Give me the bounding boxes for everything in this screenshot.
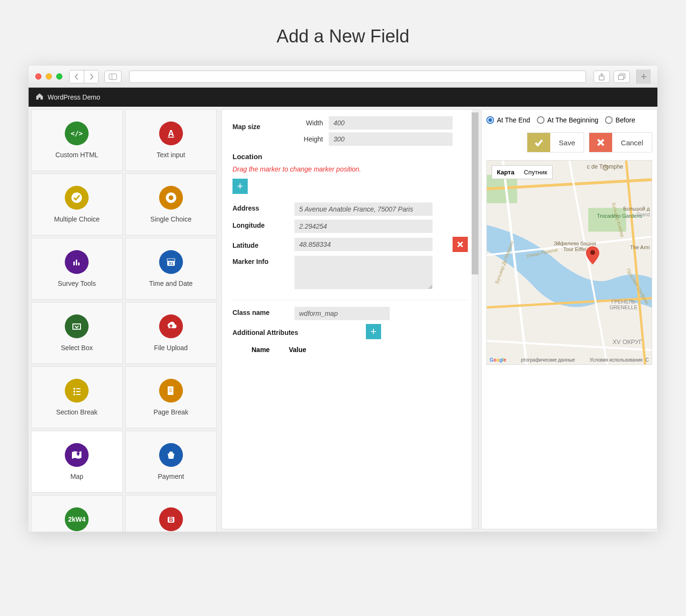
sidebar-toggle-icon[interactable] bbox=[104, 71, 121, 83]
radio-at-beginning[interactable]: At The Beginning bbox=[537, 116, 598, 124]
share-icon[interactable] bbox=[594, 71, 610, 83]
svg-rect-9 bbox=[73, 262, 75, 265]
tile-captcha[interactable]: 2kW4Captcha bbox=[31, 495, 123, 532]
browser-chrome: + bbox=[29, 66, 657, 88]
preview-pane: At The End At The Beginning Before Save … bbox=[481, 109, 657, 529]
delete-marker-button[interactable] bbox=[453, 237, 468, 252]
tile-file-upload[interactable]: File Upload bbox=[125, 302, 217, 364]
svg-point-33 bbox=[590, 250, 595, 255]
tile-payment[interactable]: Payment bbox=[125, 431, 217, 493]
tile-label: Survey Tools bbox=[58, 280, 96, 287]
class-name-input[interactable] bbox=[294, 307, 390, 320]
svg-text:B: B bbox=[169, 516, 173, 523]
tile-label: Map bbox=[71, 473, 83, 480]
close-window-icon[interactable] bbox=[35, 73, 41, 80]
svg-rect-3 bbox=[618, 75, 624, 80]
tile-label: Multiple Choice bbox=[54, 215, 100, 223]
map-poi: The Arm bbox=[630, 244, 650, 250]
svg-text:A: A bbox=[168, 129, 174, 138]
page-title: Add a New Field bbox=[0, 0, 686, 66]
cancel-button[interactable]: Cancel bbox=[589, 132, 652, 152]
traffic-lights bbox=[35, 73, 62, 80]
svg-point-16 bbox=[73, 388, 75, 390]
svg-rect-21 bbox=[76, 394, 81, 395]
save-button[interactable]: Save bbox=[527, 132, 584, 152]
add-marker-button[interactable]: + bbox=[232, 179, 248, 194]
google-logo: Google bbox=[490, 357, 506, 363]
latitude-input[interactable] bbox=[294, 238, 433, 251]
latitude-label: Latitude bbox=[232, 240, 294, 249]
home-icon[interactable] bbox=[35, 92, 44, 102]
longitude-input[interactable] bbox=[294, 220, 433, 233]
action-buttons: Save Cancel bbox=[486, 132, 652, 152]
map-size-label: Map size bbox=[232, 116, 294, 131]
tile-label: Section Break bbox=[56, 408, 98, 416]
map-poi: Trocadéro Gardens bbox=[597, 213, 642, 219]
height-label: Height bbox=[294, 135, 323, 143]
tile-survey-tools[interactable]: Survey Tools bbox=[31, 238, 123, 300]
tile-label: Text input bbox=[157, 151, 185, 159]
tile-label: File Upload bbox=[154, 344, 188, 352]
wp-admin-bar: WordPress Demo bbox=[29, 88, 657, 107]
tile-page-break[interactable]: Page Break bbox=[125, 366, 217, 428]
minimize-window-icon[interactable] bbox=[46, 73, 52, 80]
tabs-icon[interactable] bbox=[614, 71, 630, 83]
tile-text-input[interactable]: AText input bbox=[125, 109, 217, 171]
svg-text:</>: </> bbox=[71, 130, 83, 137]
map-size-row: Map size Width Height bbox=[232, 116, 468, 149]
tile-single-choice[interactable]: Single Choice bbox=[125, 173, 217, 235]
map-poi: Большой д bbox=[623, 206, 650, 212]
attr-value-header: Value bbox=[289, 346, 306, 353]
map-poi: XV ОКРУГ bbox=[613, 338, 642, 345]
svg-rect-22 bbox=[168, 386, 173, 395]
attr-name-header: Name bbox=[252, 346, 270, 353]
map-poi: Grand bbox=[636, 212, 650, 217]
tile-label: Custom HTML bbox=[55, 151, 98, 159]
width-input[interactable] bbox=[329, 116, 453, 130]
forward-button[interactable] bbox=[84, 71, 98, 83]
map-type-tabs[interactable]: КартаСпутник bbox=[492, 165, 553, 179]
nav-group bbox=[69, 70, 99, 83]
additional-attributes-label: Additional Attributes bbox=[232, 327, 366, 336]
back-button[interactable] bbox=[70, 71, 84, 83]
tile-button[interactable]: BButton bbox=[125, 495, 217, 532]
new-tab-button[interactable]: + bbox=[636, 70, 651, 84]
tile-map[interactable]: Map bbox=[31, 431, 123, 493]
browser-window: + WordPress Demo </>Custom HTML AText in… bbox=[29, 66, 657, 532]
address-label: Address bbox=[232, 202, 294, 212]
class-name-label: Class name bbox=[232, 307, 294, 316]
marker-info-label: Marker Info bbox=[232, 256, 294, 265]
height-input[interactable] bbox=[329, 132, 453, 146]
tile-label: Select Box bbox=[61, 344, 93, 352]
location-hint: Drag the marker to change marker positio… bbox=[232, 165, 468, 173]
address-input[interactable] bbox=[294, 202, 433, 216]
tile-multiple-choice[interactable]: Multiple Choice bbox=[31, 173, 123, 235]
zoom-window-icon[interactable] bbox=[56, 73, 62, 80]
width-label: Width bbox=[294, 119, 323, 127]
radio-before[interactable]: Before bbox=[605, 116, 635, 124]
url-bar[interactable] bbox=[129, 71, 586, 83]
tile-time-date[interactable]: 31Time and Date bbox=[125, 238, 217, 300]
arc-icon bbox=[602, 164, 609, 173]
add-attribute-button[interactable]: + bbox=[366, 324, 381, 339]
tile-label: Time and Date bbox=[149, 280, 192, 287]
location-header: Location bbox=[232, 152, 468, 161]
tile-custom-html[interactable]: </>Custom HTML bbox=[31, 109, 123, 171]
tile-section-break[interactable]: Section Break bbox=[31, 366, 123, 428]
svg-text:31: 31 bbox=[169, 261, 173, 266]
radio-at-end[interactable]: At The End bbox=[486, 116, 530, 124]
svg-rect-10 bbox=[76, 260, 77, 265]
map-preview[interactable]: Бульвар Де Марешо Улица Ранелаг Бульвар … bbox=[486, 160, 652, 365]
longitude-label: Longitude bbox=[232, 220, 294, 229]
map-marker-icon[interactable] bbox=[586, 246, 599, 267]
field-settings-pane: Map size Width Height Location Drag the … bbox=[222, 109, 479, 529]
svg-rect-19 bbox=[76, 391, 81, 392]
main-content: </>Custom HTML AText input Multiple Choi… bbox=[29, 107, 657, 532]
tile-select-box[interactable]: Select Box bbox=[31, 302, 123, 364]
marker-info-input[interactable] bbox=[294, 256, 433, 289]
site-title[interactable]: WordPress Demo bbox=[48, 93, 100, 101]
scrollbar[interactable] bbox=[472, 110, 478, 529]
svg-rect-11 bbox=[78, 263, 80, 265]
position-radios: At The End At The Beginning Before bbox=[486, 116, 652, 124]
svg-point-18 bbox=[73, 391, 75, 393]
